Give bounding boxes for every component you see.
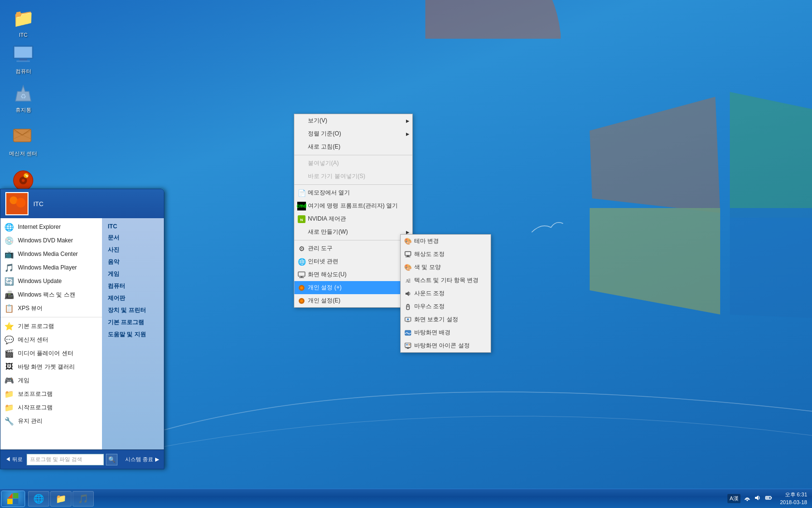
start-item-default[interactable]: ⭐ 기본 프로그램 [0,319,102,333]
ctx-open-memo[interactable]: 📄 메모장에서 열기 [294,186,412,199]
ctx-new[interactable]: 새로 만들기(W) [294,225,412,239]
start-right-photo[interactable]: 사진 [102,244,164,256]
sub-theme[interactable]: 🎨 테마 변경 [401,235,491,248]
start-right-itc[interactable]: ITC [102,221,164,232]
search-button[interactable]: 🔍 [106,454,117,465]
taskbar-explorer[interactable]: 📁 [50,491,72,507]
desktop-icon-computer[interactable]: 컴퓨터 [4,41,43,76]
memo-icon: 📄 [297,189,306,197]
sub-resolution-icon [404,250,412,259]
ctx-personal[interactable]: 개인 설정(E) [294,294,412,307]
maintenance-label: 유지 관리 [18,417,43,425]
wmc-icon: 📺 [4,249,14,259]
language-indicator[interactable]: A漢 [727,494,740,503]
start-item-wallpaper2[interactable]: 🖼 바탕 화면 가젯 갤러리 [0,360,102,374]
start-right-help-label: 도움말 및 지원 [108,331,146,338]
taskbar-media[interactable]: 🎵 [72,491,94,507]
start-item-wmp[interactable]: 🎵 Windows Media Player [0,261,102,274]
shutdown-button[interactable]: 시스템 종료 ▶ [125,456,159,463]
ctx-refresh[interactable]: 새로 고침(E) [294,140,412,153]
start-item-dvd[interactable]: 💿 Windows DVD Maker [0,234,102,247]
internet-icon: 🌐 [297,257,306,266]
back-button[interactable]: ◀ 뒤로 [5,456,23,463]
computer-icon [12,43,35,66]
default-icon: ⭐ [4,321,14,331]
ctx-personal-plus[interactable]: 개인 설정 (+) [294,281,412,294]
start-right-doc[interactable]: 문서 [102,232,164,244]
sub-color-icon: 🎨 [404,263,412,272]
ctx-new-label: 새로 만들기(W) [308,228,348,236]
start-item-update[interactable]: 🔄 Windows Update [0,274,102,288]
start-menu-header: ITC [0,189,164,218]
ctx-sort-label: 정렬 기준(O) [308,130,341,138]
sub-mouse[interactable]: 마우스 조정 [401,300,491,313]
ctx-nvidia[interactable]: N NVIDIA 제어관 [294,212,412,225]
start-item-accessories[interactable]: 📁 보조프로그램 [0,387,102,401]
search-box[interactable]: 프로그램 및 파일 검색 [27,454,104,465]
svg-rect-30 [406,256,410,257]
ctx-resolution-label: 화면 해상도(U) [308,270,347,279]
start-item-ie[interactable]: 🌐 Internet Explorer [0,220,102,234]
ctx-refresh-label: 새로 고침(E) [308,143,340,151]
sub-screensaver[interactable]: 화면 보호기 설정 [401,313,491,326]
sub-sound[interactable]: 사운드 조정 [401,287,491,300]
back-icon: ◀ [5,456,11,462]
sub-text[interactable]: A 텍스트 및 기타 항목 변경 [401,274,491,287]
start-right-game[interactable]: 게임 [102,268,164,280]
start-right-control-label: 제어판 [108,295,125,301]
ctx-view[interactable]: 보기(V) [294,114,412,127]
sub-resolution[interactable]: 해상도 조정 [401,248,491,261]
dvd-label: Windows DVD Maker [18,237,73,244]
ctx-internet[interactable]: 🌐 인터넷 관련 [294,255,412,268]
start-item-media2[interactable]: 🎬 미디어 플레이어 센터 [0,346,102,360]
start-item-fax[interactable]: 📠 Windows 팩스 및 스캔 [0,288,102,301]
ctx-open-cmd[interactable]: cmd 여기에 명령 프롬프트(관리자) 열기 [294,199,412,212]
sub-desktop-icons[interactable]: 바탕화면 아이콘 설정 [401,339,491,352]
ctx-open-memo-label: 메모장에서 열기 [308,189,350,197]
start-right-music[interactable]: 음악 [102,256,164,268]
start-right-devices[interactable]: 장치 및 프린터 [102,304,164,316]
messenger2-icon: 💬 [4,335,14,344]
ctx-sort[interactable]: 정렬 기준(O) [294,127,412,140]
start-button[interactable] [0,490,26,508]
ctx-resolution[interactable]: 화면 해상도(U) [294,268,412,281]
ctx-manage[interactable]: ⚙ 관리 도구 [294,242,412,255]
start-item-messenger2[interactable]: 💬 메신저 센터 [0,333,102,346]
ie-icon: 🌐 [4,222,14,232]
xps-icon: 📋 [4,303,14,313]
start-right-help[interactable]: 도움말 및 지원 [102,329,164,341]
update-label: Windows Update [18,278,62,284]
ctx-sep2 [294,184,412,185]
start-item-xps[interactable]: 📋 XPS 뷰어 [0,301,102,315]
start-item-wmc[interactable]: 📺 Windows Media Center [0,247,102,261]
user-avatar [5,192,29,215]
start-item-maintenance[interactable]: 🔧 유지 관리 [0,414,102,428]
start-item-games[interactable]: 🎮 게임 [0,374,102,387]
ctx-personal-label: 개인 설정(E) [308,297,340,305]
sub-wallpaper[interactable]: 바탕화면 배경 [401,326,491,339]
sub-color[interactable]: 🎨 색 및 모양 [401,261,491,274]
start-right-doc-label: 문서 [108,234,119,241]
back-label: 뒤로 [12,456,23,462]
sub-sound-icon [404,289,412,298]
volume-icon[interactable] [754,494,762,503]
start-right-computer[interactable]: 컴퓨터 [102,280,164,292]
itc-icon: 📁 [12,7,35,30]
personal-icon [297,297,306,305]
taskbar-ie[interactable]: 🌐 [28,491,49,507]
personal-plus-icon [297,284,306,292]
desktop-icon-recycle[interactable]: ♻ 휴지통 [4,80,43,115]
start-right-default[interactable]: 기본 프로그램 [102,316,164,329]
desktop-icon-itc[interactable]: 📁 ITC [4,5,43,40]
wmp-label: Windows Media Player [18,264,77,271]
start-menu: ITC 🌐 Internet Explorer 💿 Windows DVD Ma… [0,189,164,469]
ctx-personal-plus-label: 개인 설정 (+) [308,284,342,292]
start-right-control[interactable]: 제어판 [102,292,164,304]
wallpaper2-icon: 🖼 [4,362,14,372]
sub-wallpaper-icon [404,329,412,337]
desktop-icon-messenger[interactable]: 메신저 센터 [4,123,43,159]
start-item-startup[interactable]: 📁 시작프로그램 [0,401,102,414]
messenger-icon [12,125,35,149]
svg-rect-50 [755,497,756,499]
nvidia-icon: N [297,215,306,224]
